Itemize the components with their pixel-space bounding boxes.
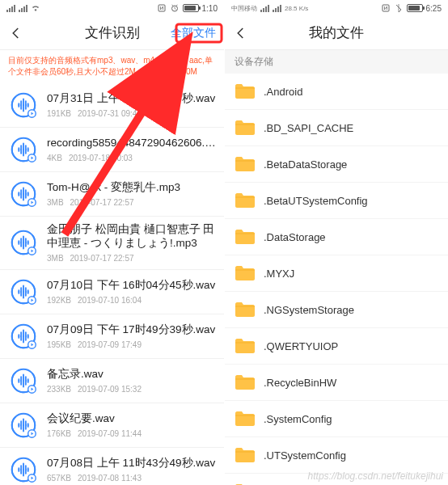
audio-title: 备忘录.wav — [47, 368, 216, 382]
all-files-button[interactable]: 全部文件 — [171, 26, 216, 40]
audio-date: 2019-07-17 22:57 — [70, 254, 134, 263]
nfc-icon — [157, 3, 167, 13]
audio-wave-icon — [8, 227, 39, 258]
audio-row[interactable]: 备忘录.wav233KB2019-07-09 15:32 — [0, 359, 224, 403]
audio-meta: 191KB2019-07-31 09:44 — [47, 109, 216, 118]
carrier-label: 中国移动 — [231, 4, 257, 13]
header: 文件识别 全部文件 — [0, 16, 224, 50]
wifi-icon — [31, 3, 40, 13]
audio-wave-icon — [8, 90, 39, 120]
folder-row[interactable]: .NGSystemStorage — [225, 292, 448, 328]
audio-info: 07月10日 下午 16时04分45秒.wav192KB2019-07-10 1… — [47, 279, 216, 305]
audio-size: 191KB — [47, 109, 71, 118]
audio-info: 07月09日 下午 17时49分39秒.wav195KB2019-07-09 1… — [47, 323, 216, 349]
audio-wave-icon — [8, 276, 39, 307]
folder-row[interactable]: .BetaUTSystemConfig — [225, 183, 448, 219]
folder-list[interactable]: .Android.BD_SAPI_CACHE.BetaDataStorage.B… — [225, 74, 448, 485]
folder-row[interactable]: .DataStorage — [225, 219, 448, 255]
audio-meta: 657KB2019-07-08 11:43 — [47, 474, 216, 483]
audio-list[interactable]: 07月31日 上午 09时40分34秒.wav191KB2019-07-31 0… — [0, 83, 224, 485]
status-bar: 1:10 — [0, 0, 224, 16]
battery-icon — [407, 4, 423, 12]
audio-size: 3MB — [47, 198, 64, 207]
folder-icon — [235, 228, 256, 246]
folder-row[interactable]: .SystemConfig — [225, 401, 448, 437]
folder-row[interactable]: .WL — [225, 474, 448, 485]
folder-name: .BetaDataStorage — [264, 158, 347, 171]
audio-info: 会议纪要.wav176KB2019-07-09 11:44 — [47, 412, 216, 438]
folder-row[interactable]: .UTSystemConfig — [225, 437, 448, 474]
folder-icon — [235, 373, 256, 391]
audio-title: 07月31日 上午 09时40分34秒.wav — [47, 92, 216, 106]
signal-icon — [19, 4, 27, 12]
folder-name: .RecycleBinHW — [264, 377, 336, 389]
battery-icon — [183, 4, 199, 12]
alarm-icon — [170, 3, 180, 13]
audio-meta: 3MB2019-07-17 22:57 — [47, 254, 216, 263]
audio-row[interactable]: 07月09日 下午 17时49分39秒.wav195KB2019-07-09 1… — [0, 314, 224, 359]
bluetooth-icon — [394, 3, 404, 13]
audio-size: 233KB — [47, 385, 71, 394]
audio-date: 2019-07-09 15:32 — [78, 385, 142, 394]
audio-date: 2019-07-08 11:43 — [78, 474, 142, 483]
audio-title: 金田朋子 松岡由貴 樋口智恵子 田中理恵 - つくりましょう!.mp3 — [47, 223, 216, 251]
folder-icon — [235, 264, 256, 282]
folder-icon — [235, 301, 256, 318]
folder-icon — [235, 337, 256, 355]
status-time: 1:10 — [202, 4, 218, 13]
audio-row[interactable]: 会议纪要.wav176KB2019-07-09 11:44 — [0, 403, 224, 448]
audio-meta: 4KB2019-07-18 00:03 — [47, 154, 216, 162]
folder-name: .BetaUTSystemConfig — [264, 195, 368, 207]
status-bar: 中国移动 28.5 K/s 6:25 — [225, 0, 448, 16]
status-time: 6:25 — [426, 4, 442, 13]
audio-wave-icon — [8, 410, 39, 441]
audio-row[interactable]: recording585944847290462606.amr4KB2019-0… — [0, 128, 224, 172]
audio-date: 2019-07-09 11:44 — [78, 429, 142, 438]
folder-row[interactable]: .Android — [225, 74, 448, 110]
audio-wave-icon — [8, 454, 39, 485]
audio-meta: 3MB2019-07-17 22:57 — [47, 198, 216, 207]
audio-meta: 233KB2019-07-09 15:32 — [47, 385, 216, 394]
folder-icon — [235, 410, 256, 428]
audio-row[interactable]: 07月31日 上午 09时40分34秒.wav191KB2019-07-31 0… — [0, 83, 224, 128]
audio-wave-icon — [8, 321, 39, 352]
folder-row[interactable]: .RecycleBinHW — [225, 365, 448, 401]
folder-row[interactable]: .BD_SAPI_CACHE — [225, 110, 448, 146]
audio-wave-icon — [8, 179, 39, 209]
folder-name: .MYXJ — [264, 268, 294, 280]
audio-size: 195KB — [47, 340, 71, 349]
audio-title: 07月09日 下午 17时49分39秒.wav — [47, 323, 216, 337]
back-button[interactable] — [8, 25, 24, 41]
audio-info: 金田朋子 松岡由貴 樋口智恵子 田中理恵 - つくりましょう!.mp33MB20… — [47, 223, 216, 263]
audio-date: 2019-07-10 16:04 — [78, 296, 142, 305]
audio-size: 657KB — [47, 474, 71, 483]
folder-row[interactable]: .BetaDataStorage — [225, 146, 448, 183]
page-title: 我的文件 — [225, 23, 448, 42]
audio-size: 4KB — [47, 154, 62, 162]
folder-row[interactable]: .QWERTYUIOP — [225, 328, 448, 365]
audio-row[interactable]: Tom-H@ck - 変態乳牛.mp33MB2019-07-17 22:57 — [0, 172, 224, 217]
audio-wave-icon — [8, 365, 39, 396]
audio-title: Tom-H@ck - 変態乳牛.mp3 — [47, 181, 216, 195]
folder-name: .Android — [264, 86, 302, 98]
audio-size: 176KB — [47, 429, 71, 438]
folder-row[interactable]: .MYXJ — [225, 255, 448, 292]
folder-icon — [235, 192, 256, 209]
nfc-icon — [381, 3, 391, 13]
audio-row[interactable]: 金田朋子 松岡由貴 樋口智恵子 田中理恵 - つくりましょう!.mp33MB20… — [0, 217, 224, 270]
audio-info: 07月31日 上午 09时40分34秒.wav191KB2019-07-31 0… — [47, 92, 216, 118]
right-phone: 中国移动 28.5 K/s 6:25 我的文件 设备存储 .Android.BD… — [224, 0, 448, 485]
format-notice: 目前仅支持的音频格式有mp3、wav、m4a、amr、aac,单个文件非会员60… — [0, 50, 224, 83]
audio-date: 2019-07-18 00:03 — [69, 154, 133, 162]
audio-title: 07月08日 上午 11时43分49秒.wav — [47, 457, 216, 470]
back-button[interactable] — [233, 25, 249, 41]
audio-title: 会议纪要.wav — [47, 412, 216, 426]
folder-name: .SystemConfig — [264, 413, 332, 425]
audio-meta: 195KB2019-07-09 17:49 — [47, 340, 216, 349]
audio-row[interactable]: 07月10日 下午 16时04分45秒.wav192KB2019-07-10 1… — [0, 270, 224, 314]
audio-date: 2019-07-31 09:44 — [78, 109, 142, 118]
audio-row[interactable]: 07月08日 上午 11时43分49秒.wav657KB2019-07-08 1… — [0, 448, 224, 485]
net-speed: 28.5 K/s — [285, 5, 308, 12]
audio-meta: 176KB2019-07-09 11:44 — [47, 429, 216, 438]
folder-icon — [235, 155, 256, 173]
